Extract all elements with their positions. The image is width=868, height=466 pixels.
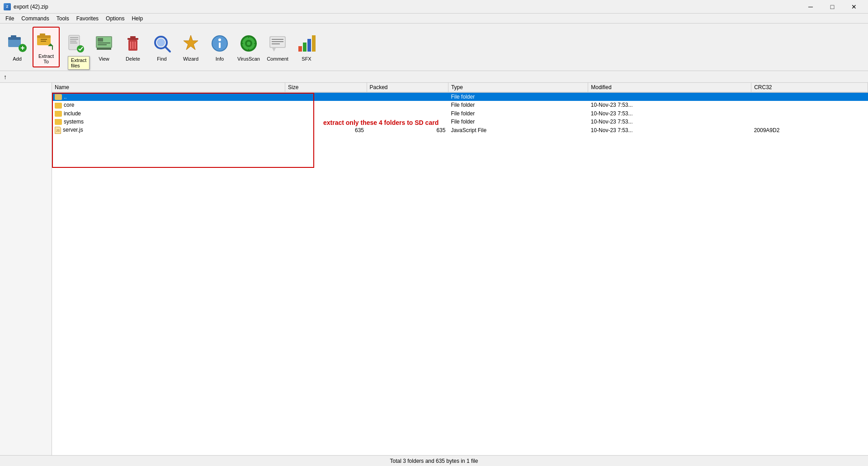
- col-header-modified[interactable]: Modified: [588, 83, 751, 92]
- table-row[interactable]: core File folder 10-Nov-23 7:53...: [52, 101, 868, 109]
- menu-tools[interactable]: Tools: [53, 14, 73, 23]
- comment-button[interactable]: Comment: [264, 27, 291, 67]
- info-label: Info: [216, 56, 224, 62]
- nav-up-button[interactable]: ↑: [4, 73, 7, 81]
- wizard-button[interactable]: Wizard: [177, 27, 204, 67]
- svg-rect-27: [130, 36, 136, 38]
- svg-point-18: [77, 45, 84, 52]
- file-list-panel: Name Size Packed Type Modified CRC32 .. …: [52, 83, 868, 455]
- table-row[interactable]: JSserver.js 635 635 JavaScript File 10-N…: [52, 126, 868, 135]
- svg-point-43: [247, 42, 250, 45]
- svg-rect-12: [52, 46, 53, 50]
- file-crc32: [751, 92, 868, 101]
- file-crc32: [751, 101, 868, 109]
- file-name: core: [52, 101, 285, 109]
- svg-rect-57: [312, 35, 316, 52]
- find-button[interactable]: Find: [148, 27, 175, 67]
- wizard-icon: [180, 33, 202, 54]
- file-size: [285, 118, 367, 126]
- left-panel: [0, 83, 52, 455]
- table-row[interactable]: systems File folder 10-Nov-23 7:53...: [52, 118, 868, 126]
- virusscan-label: VirusScan: [237, 56, 260, 62]
- sfx-label: SFX: [302, 56, 311, 62]
- file-table: Name Size Packed Type Modified CRC32 .. …: [52, 83, 868, 135]
- test-icon: [64, 33, 86, 54]
- svg-rect-23: [98, 44, 107, 45]
- file-modified: 10-Nov-23 7:53...: [588, 101, 751, 109]
- svg-rect-28: [130, 42, 131, 49]
- sfx-button[interactable]: SFX: [293, 27, 320, 67]
- info-button[interactable]: Info: [206, 27, 233, 67]
- svg-rect-50: [272, 39, 283, 40]
- comment-label: Comment: [267, 56, 288, 62]
- file-name: JSserver.js: [52, 126, 285, 135]
- svg-rect-10: [41, 41, 46, 42]
- svg-rect-2: [11, 35, 16, 38]
- view-icon: [93, 33, 115, 54]
- status-bar: Total 3 folders and 635 bytes in 1 file: [0, 455, 868, 466]
- status-text: Total 3 folders and 635 bytes in 1 file: [390, 458, 478, 464]
- toolbar: Add Extract To E: [0, 24, 868, 71]
- menu-commands[interactable]: Commands: [18, 14, 52, 23]
- file-packed: [367, 118, 448, 126]
- svg-rect-15: [70, 39, 78, 40]
- file-name: ..: [52, 92, 285, 101]
- svg-rect-24: [97, 48, 111, 50]
- svg-rect-17: [70, 43, 77, 43]
- file-type: JavaScript File: [448, 126, 588, 135]
- menu-options[interactable]: Options: [102, 14, 128, 23]
- svg-rect-14: [70, 37, 78, 38]
- menu-file[interactable]: File: [2, 14, 18, 23]
- extract-to-label: Extract To: [35, 53, 57, 64]
- sfx-icon: [296, 33, 317, 54]
- view-button[interactable]: View: [90, 27, 118, 67]
- col-header-crc32[interactable]: CRC32: [751, 83, 868, 92]
- file-size: [285, 101, 367, 109]
- menu-favorites[interactable]: Favorites: [73, 14, 102, 23]
- add-icon: [6, 33, 28, 54]
- file-packed: [367, 92, 448, 101]
- minimize-button[interactable]: ─: [800, 0, 821, 14]
- svg-line-33: [165, 47, 170, 52]
- menu-help[interactable]: Help: [128, 14, 146, 23]
- table-row[interactable]: include File folder 10-Nov-23 7:53...: [52, 109, 868, 118]
- add-label: Add: [13, 56, 22, 62]
- svg-rect-55: [303, 43, 307, 52]
- delete-button[interactable]: Delete: [119, 27, 146, 67]
- view-label: View: [99, 56, 109, 62]
- col-header-name[interactable]: Name: [52, 83, 285, 92]
- app-icon: Z: [4, 3, 11, 10]
- extract-tooltip: Extract files: [68, 56, 90, 70]
- col-header-size[interactable]: Size: [285, 83, 367, 92]
- extract-to-button[interactable]: Extract To: [33, 27, 60, 67]
- file-size: 635: [285, 126, 367, 135]
- file-type: File folder: [448, 92, 588, 101]
- info-icon: [209, 33, 231, 54]
- file-name: include: [52, 109, 285, 118]
- file-crc32: [751, 109, 868, 118]
- close-button[interactable]: ✕: [844, 0, 864, 14]
- wizard-label: Wizard: [183, 56, 198, 62]
- file-type: File folder: [448, 109, 588, 118]
- virusscan-button[interactable]: VirusScan: [235, 27, 262, 67]
- add-button[interactable]: Add: [4, 27, 31, 67]
- svg-rect-8: [40, 33, 45, 36]
- file-modified: 10-Nov-23 7:53...: [588, 109, 751, 118]
- col-header-type[interactable]: Type: [448, 83, 588, 92]
- svg-rect-22: [98, 43, 110, 43]
- menu-bar: File Commands Tools Favorites Options He…: [0, 14, 868, 24]
- file-size: [285, 109, 367, 118]
- col-header-packed[interactable]: Packed: [367, 83, 448, 92]
- nav-bar: ↑: [0, 71, 868, 83]
- table-row[interactable]: .. File folder: [52, 92, 868, 101]
- maximize-button[interactable]: □: [822, 0, 843, 14]
- svg-point-39: [218, 38, 221, 41]
- file-packed: 635: [367, 126, 448, 135]
- svg-rect-30: [135, 42, 136, 49]
- svg-rect-29: [132, 42, 133, 49]
- file-modified: [588, 92, 751, 101]
- svg-rect-16: [70, 41, 76, 42]
- find-label: Find: [157, 56, 166, 62]
- svg-rect-38: [219, 43, 221, 48]
- svg-rect-26: [127, 38, 138, 40]
